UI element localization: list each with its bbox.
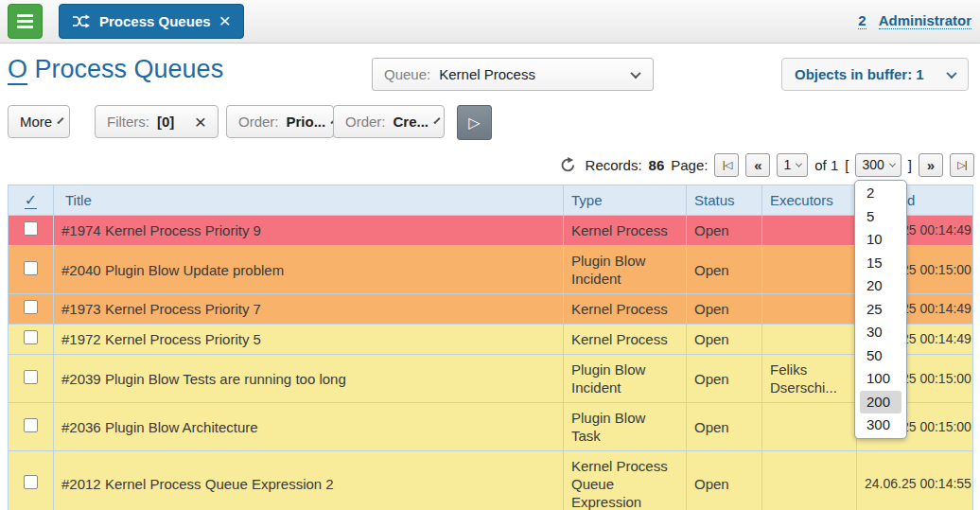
cell-status: Open bbox=[687, 294, 762, 325]
prev-page-button[interactable]: « bbox=[745, 153, 770, 177]
cell-title: #1972 Kernel Process Priority 5 bbox=[54, 325, 564, 355]
cell-status: Open bbox=[687, 451, 762, 510]
play-icon: ▷ bbox=[468, 114, 480, 132]
last-page-button[interactable]: ▷| bbox=[950, 153, 974, 177]
first-page-button[interactable]: |◁ bbox=[714, 153, 739, 177]
cell-type: Kernel Process bbox=[564, 325, 687, 355]
cell-title: #2012 Kernel Process Queue Expression 2 bbox=[54, 451, 564, 510]
row-checkbox[interactable] bbox=[24, 330, 38, 344]
table-row[interactable]: #2039 Plugin Blow Tests are running too … bbox=[9, 355, 973, 403]
chevron-down-icon bbox=[630, 67, 640, 78]
page-size-option[interactable]: 5 bbox=[855, 205, 906, 229]
current-page-select[interactable]: 1 bbox=[777, 153, 808, 177]
column-header-title[interactable]: Title bbox=[54, 185, 564, 216]
order-priority-button[interactable]: Order: Prio... bbox=[226, 105, 334, 138]
tab-close-icon[interactable]: × bbox=[219, 10, 231, 30]
user-link[interactable]: Administrator bbox=[879, 12, 971, 29]
refresh-icon[interactable] bbox=[560, 157, 576, 173]
page-size-option[interactable]: 20 bbox=[855, 274, 906, 298]
cell-title: #2039 Plugin Blow Tests are running too … bbox=[54, 355, 564, 403]
row-checkbox[interactable] bbox=[24, 370, 38, 384]
table-row[interactable]: #1972 Kernel Process Priority 5 Kernel P… bbox=[9, 325, 973, 355]
page-size-option[interactable]: 10 bbox=[855, 228, 906, 252]
bracket-open: [ bbox=[845, 157, 849, 173]
column-header-executors[interactable]: Executors bbox=[762, 185, 857, 216]
page-size-option[interactable]: 2 bbox=[855, 182, 906, 205]
tab-process-queues[interactable]: Process Queues × bbox=[59, 4, 244, 39]
order-label: Order: bbox=[345, 114, 386, 130]
table-row[interactable]: #1974 Kernel Process Priority 9 Kernel P… bbox=[9, 216, 973, 246]
process-queue-table: ✓ Title Type Status Executors Created #1… bbox=[8, 185, 973, 510]
page-size-option[interactable]: 300 bbox=[855, 413, 906, 437]
cell-executors bbox=[762, 325, 857, 355]
cell-title: #1973 Kernel Process Priority 7 bbox=[54, 294, 564, 325]
page-size-option[interactable]: 200 bbox=[860, 391, 901, 414]
user-area: 2 Administrator bbox=[858, 12, 971, 29]
row-checkbox[interactable] bbox=[24, 300, 38, 314]
table-row[interactable]: #2040 Plugin Blow Update problem Plugin … bbox=[9, 246, 973, 294]
page-of-text: of 1 bbox=[814, 157, 838, 173]
objects-in-buffer-button[interactable]: Objects in buffer: 1 bbox=[781, 58, 969, 91]
chevron-down-icon bbox=[889, 160, 896, 167]
title-object-link[interactable]: O bbox=[8, 55, 27, 85]
table-header-row: ✓ Title Type Status Executors Created bbox=[9, 185, 973, 216]
table-row[interactable]: #1973 Kernel Process Priority 7 Kernel P… bbox=[9, 294, 973, 325]
chevron-down-icon bbox=[58, 117, 64, 124]
pagination-bar: Records: 86 Page: |◁ « 1 of 1 [ 300 ] » … bbox=[560, 151, 974, 178]
chevron-down-icon bbox=[433, 117, 440, 124]
hamburger-icon bbox=[17, 14, 33, 17]
menu-button[interactable] bbox=[8, 4, 43, 39]
queue-value: Kernel Process bbox=[439, 66, 535, 82]
table-row[interactable]: #2012 Kernel Process Queue Expression 2 … bbox=[9, 451, 973, 510]
cell-type: Plugin Blow Incident bbox=[564, 246, 687, 294]
filters-count: [0] bbox=[157, 114, 174, 130]
page-title: O Process Queues bbox=[8, 55, 223, 84]
row-checkbox[interactable] bbox=[24, 418, 38, 432]
page-size-option[interactable]: 100 bbox=[855, 367, 906, 391]
page-size-option[interactable]: 50 bbox=[855, 344, 906, 368]
row-checkbox[interactable] bbox=[24, 221, 38, 236]
queue-label: Queue: bbox=[384, 66, 430, 82]
cell-executors bbox=[762, 216, 857, 246]
cell-status: Open bbox=[687, 403, 762, 451]
cell-type: Plugin Blow Incident bbox=[564, 355, 687, 403]
order-value: Prio... bbox=[287, 114, 326, 130]
records-count: 86 bbox=[649, 157, 665, 173]
page-size-option[interactable]: 15 bbox=[855, 252, 906, 275]
queue-select[interactable]: Queue: Kernel Process bbox=[372, 58, 654, 91]
next-page-button[interactable]: » bbox=[919, 153, 943, 177]
clear-filters-icon[interactable]: × bbox=[195, 112, 206, 132]
column-header-status[interactable]: Status bbox=[687, 185, 762, 216]
cell-title: #1974 Kernel Process Priority 9 bbox=[54, 216, 564, 246]
row-checkbox[interactable] bbox=[24, 261, 38, 275]
cell-executors bbox=[762, 294, 857, 325]
page-title-text: Process Queues bbox=[35, 55, 224, 83]
cell-type: Plugin Blow Task bbox=[564, 403, 687, 451]
cell-type: Kernel Process Queue Expression bbox=[564, 451, 687, 510]
current-page-value: 1 bbox=[783, 157, 791, 172]
run-button[interactable]: ▷ bbox=[457, 105, 492, 140]
select-all-link[interactable]: ✓ bbox=[25, 192, 37, 209]
cell-status: Open bbox=[687, 246, 762, 294]
table-body: #1974 Kernel Process Priority 9 Kernel P… bbox=[9, 216, 973, 510]
page-size-dropdown: 25101520253050100200300 bbox=[854, 180, 907, 439]
page-size-option[interactable]: 30 bbox=[855, 321, 906, 344]
order-created-button[interactable]: Order: Cre... bbox=[333, 105, 445, 138]
row-checkbox[interactable] bbox=[24, 475, 38, 489]
page-size-select[interactable]: 300 bbox=[855, 153, 901, 177]
buffer-label: Objects in buffer: 1 bbox=[795, 66, 924, 82]
more-button[interactable]: More bbox=[8, 105, 70, 138]
notification-count-link[interactable]: 2 bbox=[858, 12, 866, 29]
column-header-type[interactable]: Type bbox=[564, 185, 687, 216]
bracket-close: ] bbox=[908, 157, 912, 173]
cell-title: #2040 Plugin Blow Update problem bbox=[54, 246, 564, 294]
cell-created: 24.06.25 00:14:55 bbox=[857, 451, 973, 510]
page-size-option[interactable]: 25 bbox=[855, 298, 906, 322]
cell-status: Open bbox=[687, 216, 762, 246]
tab-label: Process Queues bbox=[99, 13, 211, 29]
table-row[interactable]: #2036 Plugin Blow Architecture Plugin Bl… bbox=[9, 403, 973, 451]
shuffle-icon bbox=[72, 14, 91, 28]
cell-executors bbox=[762, 451, 857, 510]
filters-button[interactable]: Filters: [0] × bbox=[95, 105, 219, 138]
records-label: Records: bbox=[586, 157, 642, 173]
